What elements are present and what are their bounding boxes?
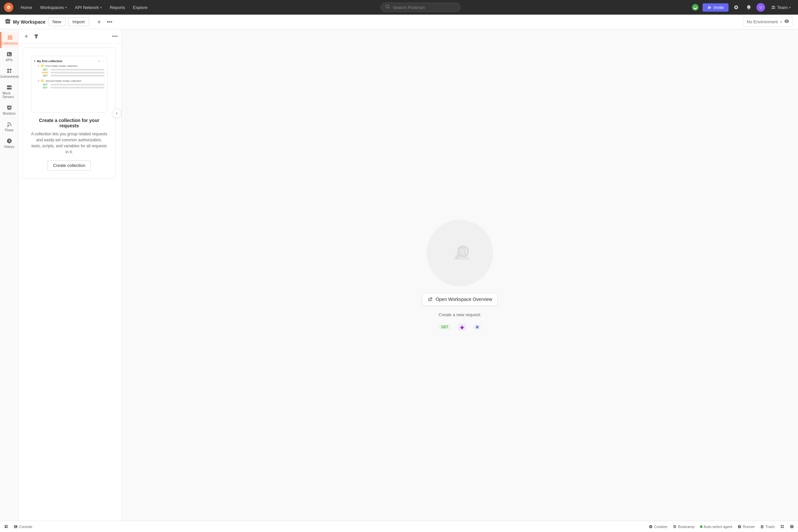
notifications-icon[interactable] [744,2,754,12]
workspace-bar: My Workspace New Import ••• No Environme… [0,15,798,29]
star-icon: ☆ [98,59,100,63]
help-icon[interactable] [790,524,794,529]
preview-request-1: GET [34,68,104,71]
panel-header: ••• [19,29,121,43]
bootcamp-button[interactable]: Bootcamp [673,525,695,529]
svg-point-0 [7,6,11,9]
search-placeholder-text: Search Postman [393,5,424,10]
sidebar-item-mock-servers[interactable]: Mock Servers [1,82,18,101]
filter-icon[interactable] [32,32,41,41]
runner-button[interactable]: Runner [738,525,755,529]
preview-collection-name: My first collection [37,59,62,63]
more-options-icon[interactable]: ••• [105,17,114,26]
new-button[interactable]: New [48,17,65,26]
top-navigation: Home Workspaces ▾ API Network ▾ Reports … [0,0,798,15]
center-content: Open Workspace Overview Create a new req… [422,220,498,330]
nav-workspaces[interactable]: Workspaces ▾ [37,4,70,11]
search-icon [386,5,390,10]
sidebar-item-monitors[interactable]: Monitors [1,102,18,118]
nav-right-actions: Invite U Team ▾ [690,2,794,12]
team-button[interactable]: Team ▾ [768,4,794,11]
nav-explore[interactable]: Explore [130,4,151,11]
settings-icon[interactable] [731,2,741,12]
agent-status-dot [700,525,703,528]
preview-request-4: GET [34,83,104,86]
preview-dots-icon: ··· [102,59,104,63]
layout-icon[interactable] [4,524,8,529]
collection-preview: ▾ My first collection ☆ ··· ▾ 📁 First fo… [31,56,108,112]
new-request-label: Create a new request: [439,312,481,317]
svg-point-1 [7,126,8,127]
cookies-button[interactable]: Cookies [649,525,667,529]
nav-home[interactable]: Home [17,4,36,11]
preview-request-5: GET [34,86,104,89]
expand-arrow-button[interactable] [112,109,121,118]
search-box[interactable]: Search Postman [381,3,460,12]
invite-button[interactable]: Invite [703,3,728,12]
preview-folder-2: ▾ 📁 Second folder inside collection [34,78,104,83]
import-button[interactable]: Import [68,17,89,26]
request-type-icons: GET ◈ ⊞ [439,324,480,330]
sidebar-item-apis[interactable]: APIs [1,49,18,64]
sidebar: Collections APIs Environments Mock Serve… [0,29,19,521]
nav-api-network[interactable]: API Network ▾ [72,4,105,11]
sidebar-item-history[interactable]: History [1,135,18,151]
preview-folder-1: ▾ 📁 First folder inside collection [34,63,104,68]
sidebar-item-flows[interactable]: Flows [1,119,18,135]
nav-reports[interactable]: Reports [107,4,128,11]
workspace-icon [5,19,10,25]
http-request-icon[interactable]: GET [439,324,450,329]
panel-more-options[interactable]: ••• [112,34,118,39]
trash-button[interactable]: Trash [760,525,775,529]
open-workspace-button[interactable]: Open Workspace Overview [422,293,498,306]
bottom-bar: Console Cookies Bootcamp Auto-select age… [0,521,798,532]
collection-promo-card: ▾ My first collection ☆ ··· ▾ 📁 First fo… [23,48,116,179]
environment-selector[interactable]: No Environment [743,17,793,26]
console-button[interactable]: Console [14,525,32,529]
main-content-area: Open Workspace Overview Create a new req… [122,29,798,521]
workspaces-chevron: ▾ [65,6,67,9]
create-collection-button[interactable]: Create collection [48,160,91,171]
add-tab-icon[interactable] [94,17,104,26]
empty-state-icon [426,220,493,286]
preview-request-2: POST [34,71,104,74]
postman-logo[interactable] [4,3,13,12]
env-eye-icon[interactable] [784,19,789,25]
preview-request-3: GET [34,74,104,77]
grid-layout-icon[interactable] [780,524,784,529]
main-layout: Collections APIs Environments Mock Serve… [0,29,798,521]
api-network-chevron: ▾ [100,6,102,9]
sidebar-item-environments[interactable]: Environments [1,65,18,81]
promo-description: A collection lets you group related requ… [31,131,108,155]
collections-panel: ••• ▾ My first collection ☆ ··· ▾ 📁 Fir [19,29,122,521]
auto-select-agent-button[interactable]: Auto-select agent [700,525,733,529]
sync-status-icon[interactable] [690,3,700,12]
panel-content: ▾ My first collection ☆ ··· ▾ 📁 First fo… [19,43,121,521]
bottom-bar-right: Cookies Bootcamp Auto-select agent Runne… [649,524,794,529]
workspace-actions: ••• [94,17,114,26]
workspace-title: My Workspace [13,19,45,25]
grpc-request-icon[interactable]: ⊞ [474,324,480,329]
sidebar-item-collections[interactable]: Collections [0,32,18,48]
add-collection-icon[interactable] [22,32,31,41]
user-avatar[interactable]: U [757,3,765,12]
promo-title: Create a collection for your requests [31,118,108,128]
team-chevron: ▾ [789,6,791,9]
search-container: Search Postman [152,3,689,12]
graphql-request-icon[interactable]: ◈ [458,324,466,330]
